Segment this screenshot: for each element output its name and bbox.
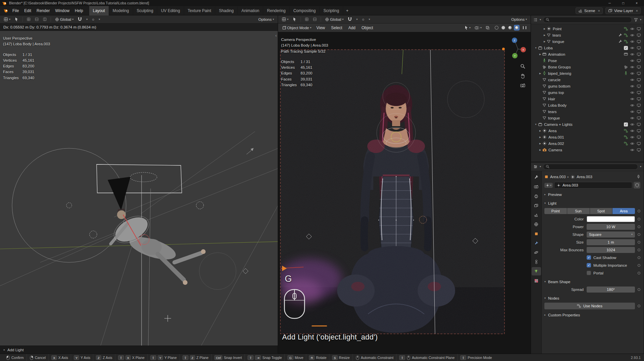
outliner-item-label[interactable]: biped_blenrig: [548, 71, 571, 75]
menu-file[interactable]: File: [10, 7, 21, 14]
workspace-tab-animation[interactable]: Animation: [238, 6, 263, 15]
outliner-row[interactable]: ▼Loba✓: [531, 45, 644, 51]
properties-tab-physics[interactable]: [532, 248, 541, 257]
active-tool-button[interactable]: [13, 17, 20, 22]
outliner-search-input[interactable]: [551, 18, 629, 22]
workspace-tab-sculpting[interactable]: Sculpting: [133, 6, 157, 15]
outliner-item-label[interactable]: Loba: [544, 46, 553, 50]
outliner-item-label[interactable]: Camera + Lights: [544, 122, 573, 126]
properties-tab-tool[interactable]: [532, 173, 541, 182]
workspace-tab-compositing[interactable]: Compositing: [289, 6, 320, 15]
breadcrumb-object[interactable]: Area.003: [550, 175, 566, 179]
outliner-item-label[interactable]: Loba Body: [548, 103, 567, 107]
select-mode-button-2[interactable]: [34, 17, 40, 21]
outliner-item-label[interactable]: gums top: [548, 91, 564, 95]
unlink-view-layer-icon[interactable]: ×: [636, 9, 638, 13]
animate-dot[interactable]: [635, 225, 640, 228]
add-workspace-button[interactable]: +: [343, 8, 352, 13]
options-dropdown[interactable]: Options▾: [510, 17, 528, 22]
right-3d-canvas[interactable]: Camera Perspective (147) Loba Body | Are…: [278, 32, 531, 354]
menu-edit[interactable]: Edit: [21, 7, 34, 14]
properties-tab-modifiers[interactable]: [532, 239, 541, 247]
outliner-row[interactable]: ▶Camera: [531, 147, 644, 153]
dropdown-shape[interactable]: Square▾: [587, 231, 635, 238]
animate-dot[interactable]: [635, 210, 640, 212]
animate-dot[interactable]: [635, 249, 640, 251]
menu-object[interactable]: Object: [359, 24, 376, 31]
shading-material-button[interactable]: [507, 25, 513, 31]
properties-tab-constraints[interactable]: [532, 258, 541, 266]
animate-dot[interactable]: [635, 218, 640, 220]
blender-menu-icon[interactable]: [2, 8, 10, 13]
workspace-tab-uv-editing[interactable]: UV Editing: [157, 6, 184, 15]
disclosure-icon[interactable]: ▶: [538, 142, 542, 145]
maximize-button[interactable]: □: [622, 1, 624, 5]
field-spread[interactable]: 180°: [587, 287, 635, 293]
options-dropdown[interactable]: Options▾: [257, 17, 275, 22]
outliner-row[interactable]: Loba Body: [531, 102, 644, 108]
select-mode-button-3[interactable]: [42, 17, 48, 21]
animate-dot[interactable]: [635, 256, 640, 259]
browse-data-button[interactable]: ▾: [544, 183, 553, 188]
light-type-point[interactable]: Point: [544, 208, 567, 214]
disclosure-icon[interactable]: ▶: [538, 72, 542, 75]
workspace-tab-scripting[interactable]: Scripting: [320, 6, 343, 15]
checkbox-cast-shadow[interactable]: ✓: [587, 255, 591, 260]
snap-settings-dropdown[interactable]: ▾: [85, 17, 89, 21]
use-nodes-button[interactable]: Use Nodes: [544, 303, 635, 309]
properties-tab-world[interactable]: [532, 220, 541, 228]
xray-toggle[interactable]: [484, 25, 491, 30]
properties-search-input[interactable]: [551, 165, 635, 169]
properties-tab-object-data[interactable]: [532, 267, 541, 275]
select-mode-button-1[interactable]: [304, 17, 310, 21]
animate-dot[interactable]: [635, 272, 640, 274]
filter-icon[interactable]: [634, 18, 638, 22]
disclosure-icon[interactable]: ▶: [542, 34, 547, 37]
breadcrumb-data[interactable]: Area.003: [577, 175, 592, 179]
minimize-button[interactable]: ─: [608, 1, 611, 5]
proportional-settings-dropdown[interactable]: ▾: [97, 17, 101, 21]
workspace-tab-layout[interactable]: Layout: [89, 6, 109, 15]
color-swatch[interactable]: [587, 216, 635, 222]
checkbox-portal[interactable]: [587, 271, 591, 275]
outliner-row[interactable]: ▶Area: [531, 127, 644, 134]
view-layer-selector[interactable]: View Layer ×: [605, 7, 641, 14]
outliner-item-label[interactable]: carucle: [548, 78, 560, 82]
outliner-item-label[interactable]: Pose: [548, 59, 557, 63]
outliner-editor-icon[interactable]: [533, 18, 538, 22]
properties-tab-output[interactable]: [532, 192, 541, 200]
proportional-settings-dropdown[interactable]: ▾: [367, 17, 371, 21]
shading-solid-button[interactable]: [500, 25, 506, 31]
collection-checkbox[interactable]: ✓: [624, 46, 628, 50]
outliner-item-label[interactable]: Hair: [548, 97, 555, 101]
outliner-row[interactable]: ▶Area.002: [531, 140, 644, 147]
workspace-tab-rendering[interactable]: Rendering: [263, 6, 289, 15]
shading-wireframe-button[interactable]: [494, 25, 499, 31]
outliner-row[interactable]: ▶tears: [531, 32, 644, 38]
close-button[interactable]: ×: [636, 1, 638, 5]
outliner-row[interactable]: gums top: [531, 89, 644, 96]
disclosure-icon[interactable]: ▶: [538, 136, 542, 139]
animate-dot[interactable]: [635, 241, 640, 244]
redo-panel[interactable]: ▸ Add Light: [0, 346, 278, 354]
outliner-row[interactable]: ▶Point: [531, 25, 644, 32]
scene-selector[interactable]: Scene ×: [576, 7, 603, 14]
workspace-tab-modeling[interactable]: Modeling: [109, 6, 133, 15]
outliner-row[interactable]: ▶biped_blenrig: [531, 70, 644, 76]
proportional-editing-button[interactable]: ○: [361, 19, 366, 20]
disclosure-icon[interactable]: ▶: [542, 40, 547, 43]
zoom-icon[interactable]: [520, 64, 525, 69]
panel-beam-shape[interactable]: ▾Beam Shape: [544, 278, 640, 286]
proportional-editing-button[interactable]: ○: [91, 19, 96, 20]
data-name-field[interactable]: Area.003: [554, 182, 632, 189]
camera-view-icon[interactable]: [520, 83, 525, 88]
light-type-area[interactable]: Area: [612, 208, 635, 214]
outliner-item-label[interactable]: Area: [548, 129, 556, 133]
outliner-row[interactable]: Bone Groups: [531, 64, 644, 70]
navigation-gizmo[interactable]: Z X Y: [508, 36, 528, 60]
menu-render[interactable]: Render: [34, 7, 52, 14]
menu-select[interactable]: Select: [329, 24, 344, 31]
properties-editor-icon[interactable]: [533, 165, 538, 169]
active-tool-button[interactable]: [291, 17, 298, 22]
panel-custom-properties[interactable]: ▸Custom Properties: [544, 311, 640, 319]
